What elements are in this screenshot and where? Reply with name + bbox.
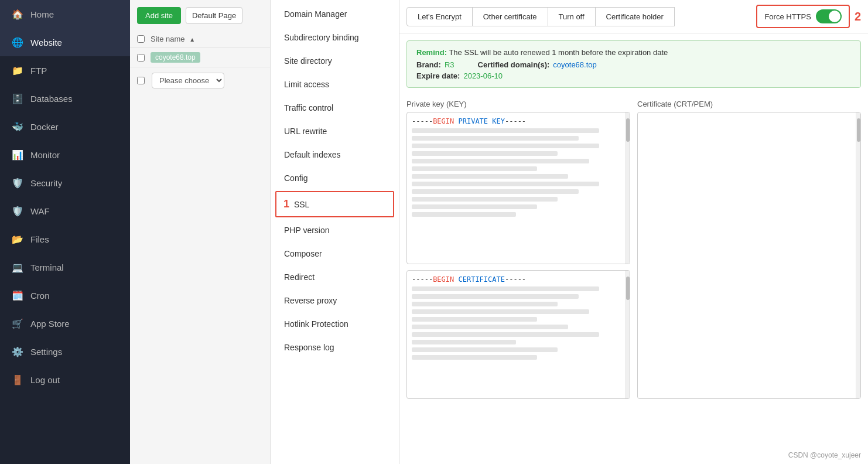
sidebar-item-label: WAF [30,206,50,216]
sidebar-item-label: Website [30,37,62,47]
cert-line [412,302,558,306]
sidebar-item-label: Cron [30,291,50,301]
key-section: Private key (KEY) -----BEGIN PRIVATE KEY… [406,100,630,399]
private-key-scrollbar[interactable] [625,112,630,264]
certificate-scrollbar[interactable] [625,271,630,398]
key-line [412,159,589,163]
ssl-info-box: Remind: The SSL will be auto renewed 1 m… [406,40,861,88]
sidebar-item-files[interactable]: 📂 Files [0,225,130,253]
left-panel: Add site Default Page Site name ▲ coyote… [130,0,271,464]
tab-other-cert[interactable]: Other certificate [472,7,548,26]
sidebar-item-cron[interactable]: 🗓️ Cron [0,281,130,309]
sidebar-item-settings[interactable]: ⚙️ Settings [0,337,130,366]
sidebar-item-waf[interactable]: 🛡️ WAF [0,197,130,225]
sidebar-item-monitor[interactable]: 📊 Monitor [0,141,130,169]
site-name-pill: coyote68.top [151,52,200,63]
certificate-right-content[interactable] [638,112,856,398]
certificate-right-textarea-wrapper [637,112,861,399]
menu-item-reverse-proxy[interactable]: Reverse proxy [271,289,399,312]
key-cert-area: Private key (KEY) -----BEGIN PRIVATE KEY… [399,95,868,404]
sidebar-item-terminal[interactable]: 💻 Terminal [0,253,130,281]
select-all-checkbox[interactable] [137,35,145,43]
menu-item-ssl[interactable]: 1 SSL [275,191,394,217]
tab-turn-off[interactable]: Turn off [548,7,596,26]
menu-item-url-rewrite[interactable]: URL rewrite [271,120,399,143]
menu-item-hotlink-protection[interactable]: Hotlink Protection [271,312,399,336]
ssl-info-row-1: Brand: R3 Certified domain(s): coyote68.… [416,60,851,69]
sidebar-item-label: Files [30,234,49,244]
cert-line [412,309,589,314]
add-site-button[interactable]: Add site [137,7,181,24]
left-panel-toolbar: Add site Default Page [130,7,270,31]
menu-item-composer[interactable]: Composer [271,242,399,265]
key-line [412,189,579,194]
sidebar-item-ftp[interactable]: 📁 FTP [0,56,130,84]
sidebar-item-label: App Store [30,319,70,329]
menu-item-traffic-control[interactable]: Traffic control [271,96,399,120]
sidebar-item-label: Terminal [30,262,64,272]
home-icon: 🏠 [12,8,23,20]
key-line [412,174,568,179]
certificate-right-scrollbar[interactable] [856,112,860,398]
menu-item-redirect[interactable]: Redirect [271,265,399,289]
sidebar-item-databases[interactable]: 🗄️ Databases [0,84,130,112]
ssl-tabs-bar: Let's Encrypt Other certificate Turn off… [399,0,868,33]
sidebar-item-logout[interactable]: 🚪 Log out [0,366,130,394]
menu-item-php-version[interactable]: PHP version [271,219,399,242]
remind-text: The SSL will be auto renewed 1 month bef… [449,48,668,57]
cert-line [412,355,537,360]
sidebar-item-home[interactable]: 🏠 Home [0,0,130,28]
brand-value: R3 [445,60,454,69]
menu-item-default-indexes[interactable]: Default indexes [271,143,399,166]
security-icon: 🛡️ [12,177,23,189]
certificate-label: Certificate (CRT/PEM) [637,100,861,108]
certified-domains-label: Certified domain(s): [478,60,550,69]
databases-icon: 🗄️ [12,93,23,104]
certificate-body-content[interactable]: -----BEGIN CERTIFICATE----- [407,271,625,398]
sidebar-item-docker[interactable]: 🐳 Docker [0,112,130,141]
key-line [412,136,579,141]
expire-value: 2023-06-10 [463,71,503,80]
sidebar-item-appstore[interactable]: 🛒 App Store [0,309,130,337]
menu-item-limit-access[interactable]: Limit access [271,73,399,96]
private-key-content[interactable]: -----BEGIN PRIVATE KEY----- [407,112,625,264]
private-key-scrollbar-thumb [626,118,630,142]
key-line [412,197,558,202]
tab-cert-holder[interactable]: Certificate holder [595,7,675,26]
site-row[interactable]: coyote68.top [130,47,270,68]
brand-label: Brand: [416,60,441,69]
force-https-toggle[interactable] [816,9,842,23]
tab-letsencrypt[interactable]: Let's Encrypt [406,7,473,26]
key-line [412,144,599,148]
key-line [412,182,599,186]
default-page-button[interactable]: Default Page [186,7,242,24]
force-https-label: Force HTTPS [764,12,811,21]
menu-item-site-directory[interactable]: Site directory [271,49,399,73]
please-choose-checkbox[interactable] [137,77,145,84]
force-https-container: Force HTTPS [756,5,849,28]
sort-icon: ▲ [189,36,195,43]
cert-line [412,332,599,337]
site-checkbox[interactable] [137,54,145,62]
sidebar-item-security[interactable]: 🛡️ Security [0,169,130,197]
appstore-icon: 🛒 [12,318,23,329]
certificate-right-scrollbar-thumb [857,118,860,142]
certificate-scrollbar-thumb [626,277,630,300]
docker-icon: 🐳 [12,121,23,132]
menu-item-config[interactable]: Config [271,166,399,190]
waf-icon: 🛡️ [12,205,23,217]
sidebar-item-website[interactable]: 🌐 Website [0,28,130,56]
cert-line [412,294,579,299]
menu-item-domain-manager[interactable]: Domain Manager [271,2,399,26]
private-key-header: -----BEGIN PRIVATE KEY----- [412,117,620,125]
content-wrapper: Add site Default Page Site name ▲ coyote… [130,0,868,464]
right-panel: Let's Encrypt Other certificate Turn off… [399,0,868,464]
key-line [412,151,558,156]
menu-item-response-log[interactable]: Response log [271,336,399,359]
please-choose-select[interactable]: Please choose [152,73,224,88]
website-icon: 🌐 [12,36,23,48]
site-name-column-header: Site name ▲ [151,35,195,43]
sidebar-item-label: Docker [30,122,59,132]
menu-item-subdirectory[interactable]: Subdirectory binding [271,26,399,49]
annotation-1: 1 [283,198,289,210]
